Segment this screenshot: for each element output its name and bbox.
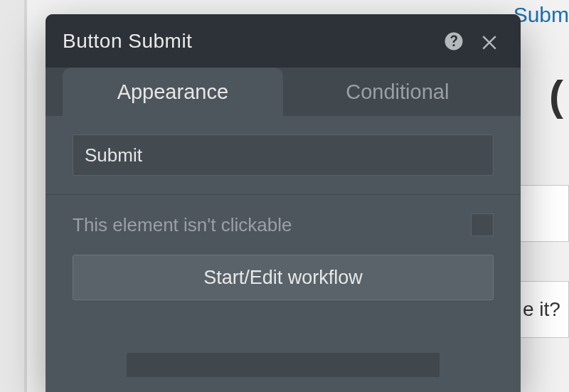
- close-icon[interactable]: [475, 27, 504, 55]
- caption-section: [46, 116, 521, 195]
- caption-input[interactable]: [73, 134, 494, 176]
- dialog-title: Button Submit: [63, 30, 432, 53]
- background-submit-link[interactable]: Subm: [514, 3, 569, 27]
- start-edit-workflow-button[interactable]: Start/Edit workflow: [73, 255, 494, 300]
- not-clickable-label: This element isn't clickable: [73, 214, 457, 236]
- tab-appearance[interactable]: Appearance: [63, 68, 283, 116]
- not-clickable-checkbox[interactable]: [471, 213, 494, 236]
- background-avatar-fragment: (: [549, 71, 563, 120]
- help-icon[interactable]: [440, 27, 468, 55]
- property-editor-dialog: Button Submit Appearance Conditional Thi…: [46, 14, 521, 392]
- background-field-2[interactable]: e it?: [519, 281, 569, 338]
- collapsed-control-stub[interactable]: [127, 353, 440, 377]
- clickable-section: This element isn't clickable Start/Edit …: [46, 195, 521, 329]
- background-field-1[interactable]: [519, 185, 569, 242]
- tab-conditional[interactable]: Conditional: [292, 68, 504, 116]
- tabs: Appearance Conditional: [46, 68, 521, 116]
